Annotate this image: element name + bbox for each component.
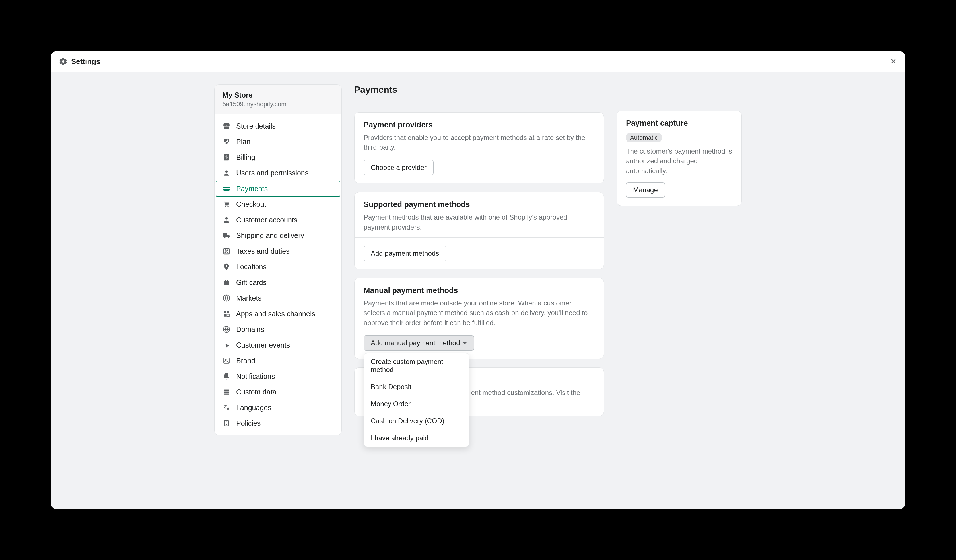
sidebar-item-customer-events[interactable]: Customer events — [215, 337, 341, 353]
card-desc: Payments that are made outside your onli… — [363, 298, 595, 328]
sidebar-item-languages[interactable]: Languages — [215, 400, 341, 416]
sidebar-item-billing[interactable]: $Billing — [215, 150, 341, 165]
sidebar-item-checkout[interactable]: Checkout — [215, 196, 341, 212]
person-icon — [222, 216, 231, 224]
pin-icon — [222, 263, 231, 271]
payment-capture-card: Payment capture Automatic The customer's… — [616, 111, 742, 206]
card-title: Payment capture — [626, 119, 732, 128]
right-column: Payment capture Automatic The customer's… — [616, 111, 742, 215]
svg-text:$: $ — [225, 155, 228, 159]
dropdown-item-custom[interactable]: Create custom payment method — [364, 353, 469, 378]
store-domain-link[interactable]: 5a1509.myshopify.com — [222, 100, 286, 108]
svg-point-13 — [226, 265, 227, 267]
sidebar-item-plan[interactable]: Plan — [215, 134, 341, 150]
sidebar-item-policies[interactable]: Policies — [215, 416, 341, 431]
bell-icon — [222, 372, 231, 380]
sidebar-item-label: Taxes and duties — [236, 247, 290, 256]
modal-title: Settings — [71, 57, 101, 66]
cursor-click-icon — [222, 341, 231, 349]
svg-point-5 — [225, 206, 226, 207]
sidebar-item-label: Billing — [236, 153, 255, 162]
add-manual-method-button[interactable]: Add manual payment method — [363, 335, 474, 351]
svg-point-8 — [224, 237, 225, 238]
sidebar-item-apps[interactable]: Apps and sales channels — [215, 306, 341, 322]
dropdown-item-bank-deposit[interactable]: Bank Deposit — [364, 378, 469, 395]
image-icon — [222, 357, 231, 365]
manage-capture-button[interactable]: Manage — [626, 182, 665, 198]
gift-icon — [222, 278, 231, 286]
svg-rect-4 — [223, 188, 230, 188]
svg-rect-20 — [227, 314, 229, 316]
sidebar-item-users[interactable]: Users and permissions — [215, 165, 341, 181]
sidebar-item-store-details[interactable]: Store details — [215, 118, 341, 134]
sidebar-item-markets[interactable]: Markets — [215, 290, 341, 306]
sidebar-item-label: Checkout — [236, 200, 266, 209]
close-button[interactable] — [888, 56, 899, 67]
sidebar-header: My Store 5a1509.myshopify.com — [215, 85, 341, 115]
manual-methods-card: Manual payment methods Payments that are… — [354, 278, 604, 359]
sidebar-item-label: Locations — [236, 263, 267, 271]
gear-icon — [59, 58, 67, 66]
close-icon — [890, 58, 896, 65]
svg-rect-25 — [224, 392, 229, 393]
svg-rect-17 — [224, 311, 226, 313]
layers-icon — [222, 388, 231, 396]
sidebar-item-label: Customer accounts — [236, 216, 297, 224]
card-title: Supported payment methods — [363, 200, 595, 209]
card-desc: Providers that enable you to accept paym… — [363, 133, 595, 153]
dropdown-item-already-paid[interactable]: I have already paid — [364, 430, 469, 447]
add-payment-methods-button[interactable]: Add payment methods — [363, 246, 446, 261]
sidebar: My Store 5a1509.myshopify.com Store deta… — [214, 85, 342, 435]
dropdown-item-money-order[interactable]: Money Order — [364, 395, 469, 413]
supported-methods-card: Supported payment methods Payment method… — [354, 192, 604, 269]
sidebar-item-label: Languages — [236, 403, 272, 412]
store-icon — [222, 122, 231, 130]
sidebar-item-payments[interactable]: Payments — [215, 181, 340, 196]
sidebar-item-label: Store details — [236, 122, 276, 130]
sidebar-list: Store details Plan $Billing Users and pe… — [215, 115, 341, 435]
percent-icon — [222, 247, 231, 255]
document-icon — [222, 419, 231, 427]
card-title: Manual payment methods — [363, 286, 595, 295]
sidebar-item-label: Notifications — [236, 372, 275, 381]
payment-providers-card: Payment providers Providers that enable … — [354, 112, 604, 184]
user-icon — [222, 169, 231, 177]
svg-point-7 — [225, 217, 228, 219]
svg-point-6 — [228, 206, 229, 207]
sidebar-item-gift-cards[interactable]: Gift cards — [215, 275, 341, 290]
sidebar-item-domains[interactable]: Domains — [215, 322, 341, 337]
sidebar-item-brand[interactable]: Brand — [215, 353, 341, 369]
sidebar-item-label: Domains — [236, 325, 264, 334]
sidebar-item-label: Shipping and delivery — [236, 232, 304, 240]
button-label: Add manual payment method — [371, 339, 460, 347]
apps-icon — [222, 310, 231, 318]
svg-rect-19 — [224, 314, 226, 316]
sidebar-item-notifications[interactable]: Notifications — [215, 369, 341, 384]
choose-provider-button[interactable]: Choose a provider — [363, 160, 434, 175]
sidebar-item-label: Brand — [236, 357, 255, 365]
globe2-icon — [222, 325, 231, 333]
sidebar-item-label: Customer events — [236, 341, 290, 349]
sidebar-item-label: Custom data — [236, 388, 277, 396]
main-column: Payments Payment providers Providers tha… — [354, 85, 604, 425]
card-subtitle: Payment methods that are available with … — [363, 212, 595, 232]
store-name: My Store — [222, 91, 333, 99]
sidebar-item-custom-data[interactable]: Custom data — [215, 384, 341, 400]
sidebar-item-locations[interactable]: Locations — [215, 259, 341, 275]
sidebar-item-customer-accounts[interactable]: Customer accounts — [215, 212, 341, 228]
modal-body: My Store 5a1509.myshopify.com Store deta… — [51, 72, 905, 509]
svg-point-9 — [228, 237, 229, 238]
sidebar-item-label: Payments — [236, 185, 268, 193]
svg-rect-18 — [227, 311, 229, 313]
billing-icon: $ — [222, 153, 231, 161]
settings-modal: Settings My Store 5a1509.myshopify.com S… — [51, 52, 905, 509]
truck-icon — [222, 232, 231, 240]
svg-point-12 — [227, 252, 228, 253]
page-title: Payments — [354, 85, 604, 103]
svg-rect-26 — [224, 394, 229, 395]
sidebar-item-label: Gift cards — [236, 278, 267, 287]
dropdown-item-cod[interactable]: Cash on Delivery (COD) — [364, 413, 469, 430]
svg-rect-24 — [224, 390, 229, 391]
sidebar-item-taxes[interactable]: Taxes and duties — [215, 243, 341, 259]
sidebar-item-shipping[interactable]: Shipping and delivery — [215, 228, 341, 243]
